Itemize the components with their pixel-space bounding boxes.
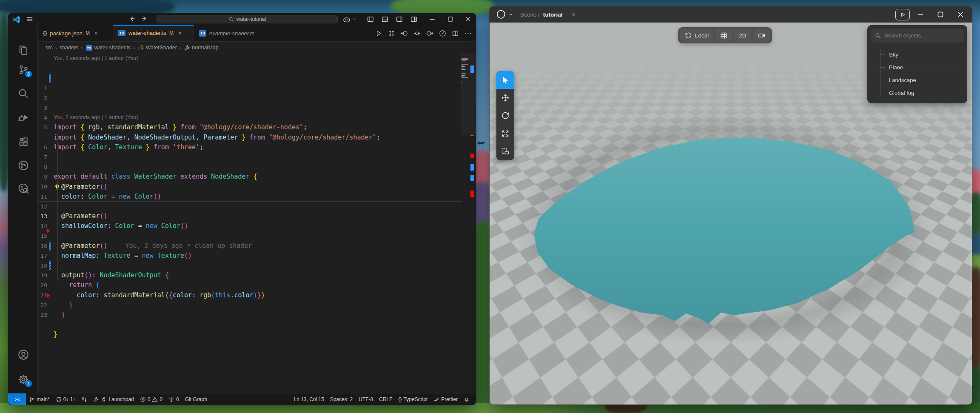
tab-example-shader.ts[interactable]: TSexample-shader.ts (194, 25, 266, 41)
code-line-6[interactable]: 6 export default class WaterShader exten… (38, 122, 462, 132)
status-sync[interactable]: 0↓ 1↑ (53, 393, 79, 405)
status-notifications[interactable] (461, 396, 473, 402)
code-line-13[interactable]: 13 @Parameter()You, 2 days ago • clean u… (38, 192, 462, 202)
code-line-14[interactable]: 14 normalMap: Texture = new Texture() (38, 202, 462, 211)
toolbar-transform-space[interactable]: Local (680, 29, 713, 42)
close-icon[interactable] (956, 10, 965, 19)
code-line-12[interactable]: 12 (38, 182, 462, 191)
object-item-global-fog[interactable]: Global fog (880, 88, 964, 97)
split-editor-icon[interactable] (452, 30, 459, 37)
status-git-graph[interactable]: Git Graph (182, 393, 210, 405)
status-launchpad[interactable]: Launchpad (90, 393, 137, 405)
minimize-icon[interactable] (428, 15, 436, 23)
tool-scale[interactable] (496, 125, 514, 142)
activity-account-icon[interactable] (18, 349, 29, 360)
minimize-icon[interactable] (916, 10, 925, 19)
nav-forward-icon[interactable] (141, 15, 148, 23)
status-problems[interactable]: 00 (137, 393, 165, 405)
code-line-18[interactable]: 18 color: standardMaterial({color: rgb(t… (38, 241, 462, 251)
tool-rotate[interactable] (496, 107, 514, 125)
tab-water-shader.ts[interactable]: TSwater-shader.ts M × (113, 25, 194, 41)
code-line-5[interactable]: 5 (38, 103, 462, 113)
tab-package.json[interactable]: {}package.json M × (38, 25, 113, 41)
chevron-down-icon[interactable] (508, 12, 513, 17)
activity-search-icon[interactable] (18, 88, 29, 99)
code-line-4[interactable]: 4 import { Color, Texture } from 'three'… (38, 93, 462, 103)
copilot-icon[interactable] (342, 15, 351, 23)
status-branch[interactable]: main* (26, 393, 53, 405)
status-eol[interactable]: CRLF (376, 396, 395, 402)
maximize-icon[interactable] (936, 10, 945, 19)
toggle-sidebar-icon[interactable] (367, 15, 374, 23)
water-plane[interactable] (532, 135, 917, 325)
code-line-23[interactable]: 23 (38, 291, 462, 300)
activity-extensions-icon[interactable] (18, 136, 29, 147)
close-tab-icon[interactable]: × (177, 30, 183, 37)
code-line-16[interactable]: 16 output(): NodeShaderOutput { (38, 221, 462, 231)
objects-search-input[interactable]: Search objects... (871, 28, 964, 43)
toolbar-camera[interactable] (753, 29, 770, 42)
code-line-8[interactable]: 8 color: Color = new Color() (38, 142, 462, 152)
status-formatter[interactable]: Prettier (430, 396, 461, 402)
run-graph-icon[interactable] (439, 30, 446, 37)
status-cursor-position[interactable]: Ln 13, Col 15 (291, 396, 327, 402)
code-line-19[interactable]: 19 } (38, 251, 462, 261)
object-item-sky[interactable]: Sky (880, 50, 964, 59)
activity-files-icon[interactable] (18, 45, 29, 56)
remote-indicator[interactable]: >< (8, 393, 26, 405)
code-line-20[interactable]: 20 } (38, 261, 462, 271)
breadcrumb-item[interactable]: src (46, 45, 53, 51)
compare-changes-icon[interactable] (388, 30, 395, 37)
play-button[interactable] (895, 9, 910, 20)
status-compare[interactable] (78, 393, 90, 405)
scene-tab-close-icon[interactable]: × (566, 11, 575, 18)
toolbar-view-2d[interactable]: 2D (734, 29, 751, 42)
code-line-15[interactable]: 15 (38, 211, 462, 221)
code-line-3[interactable]: 3 import { NodeShader, NodeShaderOutput,… (38, 83, 462, 93)
prev-change-icon[interactable] (401, 30, 408, 37)
breadcrumb-item[interactable]: TSwater-shader.ts (85, 45, 131, 51)
scene-tab[interactable]: Scene / tutorial × (520, 6, 575, 23)
breadcrumb-item[interactable]: normalMap (184, 45, 219, 51)
activity-git-graph-circle-icon[interactable] (18, 160, 29, 171)
activity-git-history-icon[interactable] (18, 183, 29, 194)
breadcrumb[interactable]: src›shaders›TSwater-shader.ts›WaterShade… (46, 42, 476, 54)
code-line-7[interactable]: 7 @Parameter() (38, 133, 462, 142)
code-editor[interactable]: You, 2 seconds ago | 1 author (You) 1 2 … (38, 54, 476, 393)
toggle-panel-icon[interactable] (381, 15, 389, 23)
commit-icon[interactable] (413, 30, 421, 37)
toggle-secondary-sidebar-icon[interactable] (396, 15, 403, 23)
code-line-22[interactable]: 22 } (38, 280, 462, 290)
code-line-17[interactable]: 17 return { (38, 231, 462, 241)
toolbar-grid-snap[interactable] (715, 29, 732, 42)
status-feedback[interactable]: 0 (165, 393, 182, 405)
code-line-1[interactable]: 1 (38, 63, 462, 73)
code-line-10[interactable]: 10 @Parameter() (38, 162, 462, 172)
maximize-icon[interactable] (447, 15, 454, 23)
tool-select[interactable] (496, 71, 514, 89)
customize-layout-icon[interactable] (410, 15, 418, 23)
close-icon[interactable] (464, 15, 472, 23)
minimap[interactable] (462, 54, 469, 393)
more-actions-icon[interactable] (464, 30, 472, 37)
hology-logo-icon[interactable] (496, 9, 507, 20)
tool-move[interactable] (496, 89, 514, 107)
close-tab-icon[interactable]: × (93, 30, 100, 37)
next-change-icon[interactable] (426, 30, 433, 37)
breadcrumb-item[interactable]: WaterShader (138, 45, 177, 51)
code-line-11[interactable]: 11 shallowColor: Color = new Color() (38, 172, 462, 182)
breadcrumb-item[interactable]: shaders (60, 45, 78, 51)
activity-gear-icon[interactable]: 1 (18, 374, 29, 385)
nav-back-icon[interactable] (128, 15, 135, 23)
chevron-down-icon[interactable] (352, 15, 356, 23)
status-language[interactable]: {}TypeScript (396, 396, 431, 402)
activity-run-debug-icon[interactable] (18, 112, 29, 123)
code-line-2[interactable]: 2 import { rgb, standardMaterial } from … (38, 73, 462, 83)
menu-icon[interactable] (26, 15, 34, 23)
code-line-9[interactable]: 9 (38, 152, 462, 162)
status-encoding[interactable]: UTF-8 (356, 396, 376, 402)
status-indentation[interactable]: Spaces: 2 (327, 396, 356, 402)
viewport-3d[interactable]: Local2D Search objects... SkyPlaneLandsc… (490, 23, 972, 404)
tool-rect-select[interactable] (496, 142, 514, 160)
activity-source-control-icon[interactable]: 8 (18, 64, 29, 75)
